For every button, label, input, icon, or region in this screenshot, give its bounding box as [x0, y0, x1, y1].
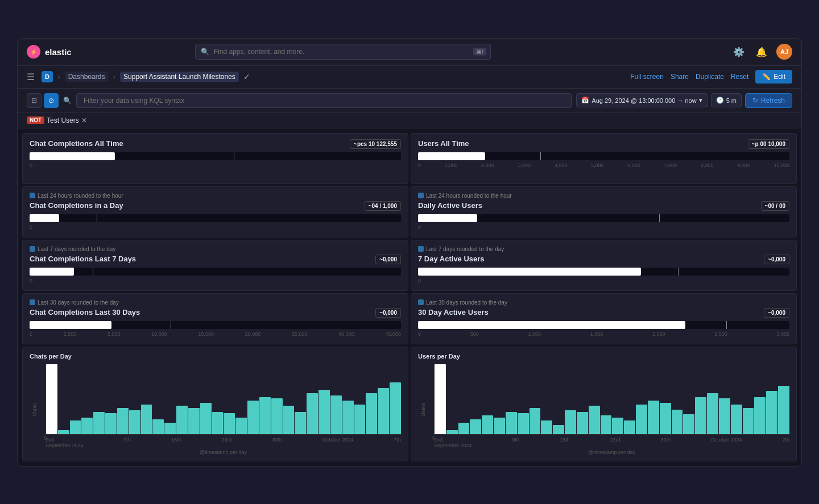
- panel-tag: Last 24 hours rounded to the hour: [418, 193, 789, 199]
- bar: [200, 403, 212, 434]
- hbar-track: [30, 214, 401, 222]
- panel-tag: Last 30 days rounded to the day: [30, 299, 401, 306]
- bar: [636, 405, 647, 434]
- notification-icon-btn[interactable]: 🔔: [754, 44, 770, 60]
- hbar-axis: 0: [418, 278, 789, 284]
- panel-title: 7 Day Active Users: [418, 255, 485, 263]
- kql-input[interactable]: [76, 93, 572, 108]
- tick-line: [659, 214, 660, 222]
- hbar-container: 01,0002,0003,0004,0005,0006,0007,0008,00…: [418, 152, 789, 168]
- bar: [283, 406, 295, 434]
- bar: [743, 408, 754, 434]
- search-input[interactable]: [195, 44, 491, 60]
- logo: ⚡ elastic: [27, 45, 72, 59]
- hbar-axis: 02,5005,00010,00015,00020,00025,00040,00…: [30, 331, 401, 337]
- hbar-axis: 0: [30, 278, 401, 284]
- tick-line: [726, 321, 727, 329]
- bar: [601, 415, 612, 434]
- chart-title: Chats per Day: [30, 353, 401, 360]
- bar: [164, 423, 176, 434]
- hbar-axis: 01,0002,0003,0004,0005,0006,0007,0008,00…: [418, 163, 789, 168]
- refresh-icon: ↻: [752, 97, 758, 105]
- filter-options-btn[interactable]: ⊟: [27, 93, 42, 108]
- panel-header: 7 Day Active Users ~0,000: [418, 255, 789, 264]
- chart-content: Chats 0 2ndSeptember 20249th16th23rd30th…: [30, 364, 401, 455]
- hbar-track: [30, 268, 401, 276]
- search-icon: 🔍: [201, 48, 209, 56]
- bar-chart-users: 0: [434, 364, 789, 435]
- autorefresh-btn[interactable]: 🕐 5 m: [711, 93, 742, 107]
- tick-line: [540, 152, 541, 160]
- bar: [224, 413, 235, 434]
- bar: [565, 410, 576, 434]
- hbar-fill: [30, 214, 59, 222]
- hbar-fill: [30, 321, 111, 329]
- chart-axis-x: 2ndSeptember 20249th16th23rd30thOctober …: [434, 436, 789, 448]
- hamburger-icon[interactable]: ☰: [27, 72, 35, 82]
- fullscreen-link[interactable]: Full screen: [630, 73, 664, 81]
- chevron-down-icon: ▾: [699, 97, 702, 104]
- panel-value: ~0,000: [764, 255, 789, 264]
- panel-header: 30 Day Active Users ~0,000: [418, 308, 789, 318]
- time-picker-btn[interactable]: 📅 Aug 29, 2024 @ 13:00:00.000 → now ▾: [576, 93, 707, 107]
- global-search[interactable]: 🔍 ⌘/: [195, 44, 491, 60]
- bar: [235, 418, 247, 434]
- bar: [330, 395, 342, 434]
- filter-bar: ⊟ ⊙ 🔍 📅 Aug 29, 2024 @ 13:00:00.000 → no…: [18, 89, 801, 113]
- panel-header: Users All Time ~p 00 10,000: [418, 139, 789, 149]
- bar: [766, 391, 777, 434]
- topnav-right: ⚙️ 🔔 AJ: [731, 44, 792, 60]
- breadcrumb-sep1: ›: [57, 72, 60, 81]
- hbar-track: [418, 268, 789, 276]
- panel-tag-icon: [30, 299, 35, 305]
- breadcrumb-dashboards[interactable]: Dashboards: [65, 72, 109, 82]
- panel-tag-icon: [30, 246, 35, 252]
- breadcrumb-current-page[interactable]: Support Assistant Launch Milestones: [120, 72, 239, 82]
- bar: [470, 419, 481, 434]
- y-axis-label: Users: [418, 364, 432, 455]
- hbar-fill: [418, 268, 641, 276]
- hbar-track: [30, 152, 401, 160]
- filter-tag: NOT Test Users ✕: [27, 116, 87, 124]
- hbar-track: [418, 214, 789, 222]
- bar: [70, 420, 81, 434]
- hbar-track: [30, 321, 401, 329]
- hbar-track: [418, 152, 789, 160]
- duplicate-link[interactable]: Duplicate: [696, 73, 724, 81]
- clock-icon: 🕐: [716, 97, 724, 104]
- app-window: ⚡ elastic 🔍 ⌘/ ⚙️ 🔔 AJ ☰ D › Dashboards …: [17, 38, 802, 466]
- bar: [683, 414, 694, 434]
- chart-inner: 0 2ndSeptember 20249th16th23rd30thOctobe…: [434, 364, 789, 455]
- bar: [731, 405, 742, 434]
- settings-icon-btn[interactable]: ⚙️: [731, 44, 747, 60]
- bar: [518, 413, 529, 434]
- search-kbd: ⌘/: [473, 48, 486, 56]
- refresh-button[interactable]: ↻ Refresh: [745, 93, 792, 108]
- panel-value: ~0,000: [375, 255, 401, 264]
- panel-title: Users All Time: [418, 139, 469, 148]
- filter-tag-close-icon[interactable]: ✕: [81, 116, 87, 124]
- share-link[interactable]: Share: [671, 73, 689, 81]
- panel-value: ~00 / 00: [761, 201, 789, 211]
- breadcrumb-sep2: ›: [113, 72, 115, 81]
- panel-value: ~0,000: [375, 308, 401, 318]
- filter-icons: ⊟ ⊙: [27, 93, 59, 108]
- reset-link[interactable]: Reset: [731, 73, 748, 81]
- chart-x-label: @timestamp per day: [434, 449, 789, 455]
- hbar-axis: 05001,0001,5002,0002,5003,000: [418, 331, 789, 337]
- hbar-fill: [418, 214, 477, 222]
- bar: [612, 418, 623, 434]
- chart-content: Users 0 2ndSeptember 20249th16th23rd30th…: [418, 364, 789, 455]
- panel-header: Chat Completions Last 7 Days ~0,000: [30, 255, 401, 264]
- bar: [188, 408, 200, 434]
- bar: [117, 408, 129, 434]
- breadcrumb-check-icon[interactable]: ✓: [243, 72, 250, 81]
- bar: [577, 412, 588, 434]
- bar: [93, 412, 105, 434]
- bar: [58, 430, 69, 434]
- avatar[interactable]: AJ: [776, 44, 792, 60]
- dashboard: Chat Completions All Time ~pcs 10 122,55…: [18, 128, 801, 466]
- filter-quick-btn[interactable]: ⊙: [44, 93, 59, 108]
- hbar-fill: [30, 152, 115, 160]
- edit-button[interactable]: ✏️ Edit: [755, 70, 792, 84]
